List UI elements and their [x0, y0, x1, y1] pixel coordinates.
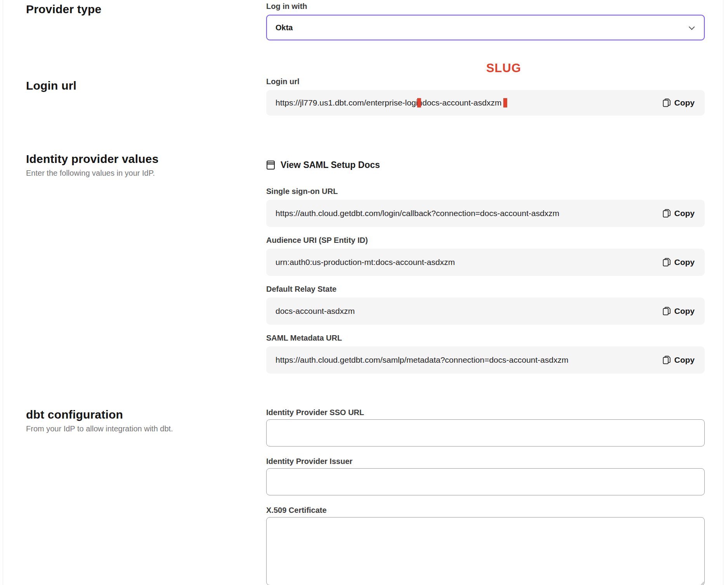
section-login-url: Login url SLUG Login url https://jl779.u… [0, 40, 728, 116]
copy-icon [663, 99, 671, 107]
copy-default-relay-state-button[interactable]: Copy [663, 306, 695, 316]
provider-select[interactable]: Okta [266, 15, 705, 40]
card-right-border [723, 0, 723, 585]
saml-metadata-url-field: https://auth.cloud.getdbt.com/samlp/meta… [266, 346, 705, 374]
audience-uri-field: urn:auth0:us-production-mt:docs-account-… [266, 249, 705, 276]
slug-annotation-label: SLUG [451, 61, 556, 75]
section-provider-type: Provider type Log in with Okta [0, 0, 728, 40]
dbt-configuration-heading: dbt configuration [26, 408, 266, 422]
identity-provider-issuer-input[interactable] [266, 468, 705, 495]
chevron-down-icon [689, 24, 695, 30]
copy-icon [663, 258, 671, 267]
default-relay-state-value: docs-account-asdxzm [276, 306, 663, 316]
single-sign-on-url-label: Single sign-on URL [266, 187, 705, 196]
x509-certificate-label: X.509 Certificate [266, 505, 705, 515]
login-url-field-label: Login url [266, 77, 705, 86]
copy-icon [663, 356, 671, 364]
docs-link-label: View SAML Setup Docs [281, 160, 380, 170]
copy-login-url-button[interactable]: Copy [663, 98, 695, 107]
saml-metadata-url-field-group: SAML Metadata URL https://auth.cloud.get… [266, 333, 705, 374]
single-sign-on-url-field: https://auth.cloud.getdbt.com/login/call… [266, 200, 705, 227]
x509-certificate-input-group: X.509 Certificate [266, 505, 705, 585]
section-dbt-configuration: dbt configuration From your IdP to allow… [0, 374, 728, 585]
x509-certificate-textarea[interactable] [266, 517, 705, 585]
audience-uri-field-group: Audience URI (SP Entity ID) urn:auth0:us… [266, 235, 705, 276]
default-relay-state-field-group: Default Relay State docs-account-asdxzm … [266, 284, 705, 325]
identity-provider-sso-url-input[interactable] [266, 419, 705, 447]
default-relay-state-label: Default Relay State [266, 284, 705, 294]
login-url-slug: docs-account-asdxzm [422, 98, 501, 107]
saml-metadata-url-value: https://auth.cloud.getdbt.com/samlp/meta… [276, 355, 663, 365]
copy-audience-uri-button[interactable]: Copy [663, 258, 695, 267]
login-url-field: https://jl779.us1.dbt.com/enterprise-log… [266, 90, 705, 116]
provider-select-value: Okta [276, 23, 689, 32]
sso-settings-page: Provider type Log in with Okta Login url… [0, 0, 728, 585]
single-sign-on-url-value: https://auth.cloud.getdbt.com/login/call… [276, 209, 663, 218]
card-left-border [3, 0, 3, 585]
audience-uri-label: Audience URI (SP Entity ID) [266, 235, 705, 245]
idp-issuer-input-group: Identity Provider Issuer [266, 457, 705, 495]
copy-button-label: Copy [674, 355, 695, 365]
identity-provider-sso-url-label: Identity Provider SSO URL [266, 408, 705, 417]
copy-button-label: Copy [674, 258, 695, 267]
view-saml-setup-docs-link[interactable]: View SAML Setup Docs [266, 160, 380, 170]
login-url-prefix: https://jl779.us1.dbt.com/enterprise-log… [276, 98, 422, 107]
idp-sso-url-input-group: Identity Provider SSO URL [266, 408, 705, 447]
copy-button-label: Copy [674, 306, 695, 316]
login-url-value: https://jl779.us1.dbt.com/enterprise-log… [276, 98, 663, 107]
identity-provider-values-subtitle: Enter the following values in your IdP. [26, 168, 266, 178]
default-relay-state-field: docs-account-asdxzm Copy [266, 298, 705, 325]
provider-type-heading: Provider type [26, 2, 266, 16]
audience-uri-value: urn:auth0:us-production-mt:docs-account-… [276, 258, 663, 267]
copy-button-label: Copy [674, 98, 695, 107]
dbt-configuration-subtitle: From your IdP to allow integration with … [26, 424, 266, 433]
copy-single-sign-on-url-button[interactable]: Copy [663, 209, 695, 218]
copy-saml-metadata-url-button[interactable]: Copy [663, 355, 695, 365]
docs-book-icon [266, 160, 275, 170]
login-url-heading: Login url [26, 79, 266, 93]
log-in-with-label: Log in with [266, 2, 705, 11]
copy-button-label: Copy [674, 209, 695, 218]
saml-metadata-url-label: SAML Metadata URL [266, 333, 705, 343]
section-identity-provider-values: Identity provider values Enter the follo… [0, 116, 728, 374]
identity-provider-issuer-label: Identity Provider Issuer [266, 457, 705, 466]
copy-icon [663, 307, 671, 315]
identity-provider-values-heading: Identity provider values [26, 152, 266, 166]
sso-url-field-group: Single sign-on URL https://auth.cloud.ge… [266, 187, 705, 227]
copy-icon [663, 209, 671, 218]
